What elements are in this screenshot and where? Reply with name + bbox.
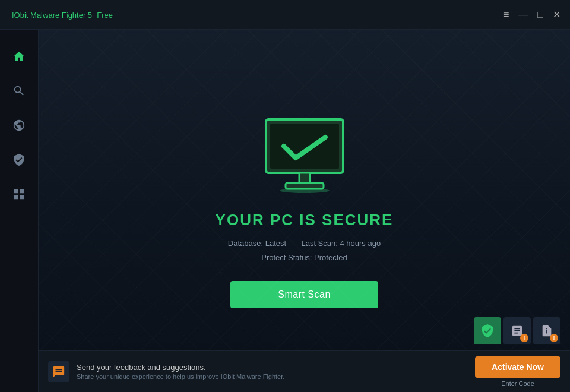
sidebar-item-home[interactable] <box>4 42 34 71</box>
status-title: YOUR PC IS SECURE <box>216 211 394 229</box>
home-icon <box>12 50 26 63</box>
status-details: Database: Latest Last Scan: 4 hours ago … <box>228 236 381 264</box>
tasks-icon-button[interactable]: ! <box>504 317 531 344</box>
free-badge: Free <box>97 11 113 20</box>
sidebar-item-protection[interactable] <box>4 110 34 140</box>
smart-scan-button[interactable]: Smart Scan <box>230 281 378 308</box>
enter-code-link[interactable]: Enter Code <box>501 380 534 387</box>
svg-rect-1 <box>270 124 339 169</box>
database-label: Database: Latest <box>228 239 286 248</box>
minimize-button[interactable]: — <box>518 10 528 20</box>
main-layout: YOUR PC IS SECURE Database: Latest Last … <box>0 30 570 392</box>
feedback-subtitle: Share your unique experience to help us … <box>77 373 468 380</box>
sidebar-item-shield[interactable] <box>4 145 34 175</box>
shield-icon <box>12 153 26 166</box>
globe-icon <box>12 119 26 132</box>
titlebar: IObit Malware Fighter 5 Free ≡ — □ ✕ <box>0 0 570 30</box>
bottom-right-icons: ! ! <box>474 317 560 344</box>
app-title: IObit Malware Fighter 5 Free <box>10 10 113 20</box>
svg-rect-2 <box>299 173 310 184</box>
window-controls: ≡ — □ ✕ <box>504 10 560 20</box>
report-icon-button[interactable]: ! <box>533 317 560 344</box>
sidebar-item-scan[interactable] <box>4 76 34 106</box>
security-icon-button[interactable] <box>474 317 501 344</box>
footer-bar: Send your feedback and suggestions. Shar… <box>39 350 570 392</box>
monitor-svg <box>257 113 352 197</box>
app-title-text: IObit Malware Fighter 5 <box>12 11 92 20</box>
feedback-doc-icon <box>52 365 65 378</box>
shield-check-icon <box>480 324 495 338</box>
feedback-icon <box>48 361 69 382</box>
search-icon <box>12 84 26 97</box>
footer-right: Activate Now Enter Code <box>475 356 560 387</box>
grid-icon <box>12 188 26 201</box>
sidebar-item-tools[interactable] <box>4 179 34 209</box>
maximize-button[interactable]: □ <box>537 10 543 20</box>
footer-text: Send your feedback and suggestions. Shar… <box>77 363 468 380</box>
monitor-icon-container <box>257 113 352 199</box>
feedback-title: Send your feedback and suggestions. <box>77 363 468 372</box>
report-badge: ! <box>550 334 558 342</box>
main-content: YOUR PC IS SECURE Database: Latest Last … <box>39 30 570 392</box>
close-button[interactable]: ✕ <box>553 10 560 20</box>
protect-status-label: Protect Status: Protected <box>261 253 347 262</box>
last-scan-label: Last Scan: 4 hours ago <box>301 239 381 248</box>
svg-rect-3 <box>286 183 324 189</box>
svg-point-4 <box>280 188 330 193</box>
activate-now-button[interactable]: Activate Now <box>475 356 560 378</box>
tasks-badge: ! <box>520 334 528 342</box>
sidebar <box>0 30 39 392</box>
menu-button[interactable]: ≡ <box>504 10 509 20</box>
